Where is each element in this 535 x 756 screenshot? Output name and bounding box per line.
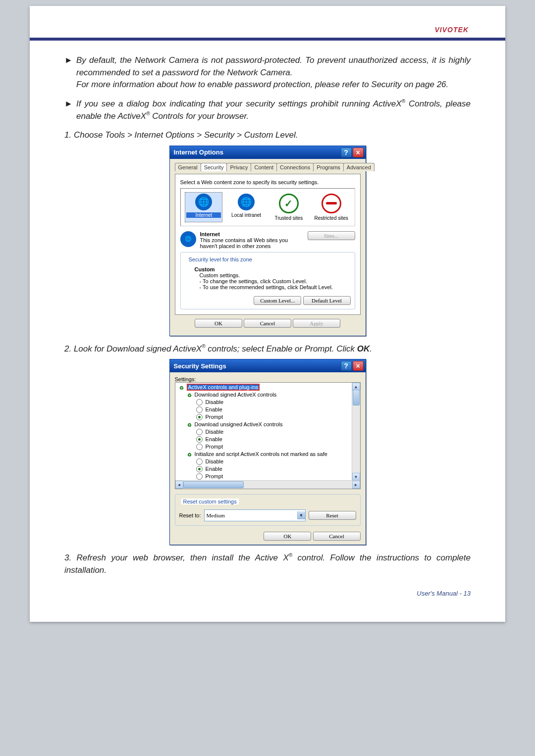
zone-label: Trusted sites xyxy=(271,215,306,221)
reg-mark: ® xyxy=(202,344,205,349)
zone-restricted-sites[interactable]: Restricted sites xyxy=(313,193,350,222)
list-marker: ► xyxy=(64,98,76,122)
step-2-dot: . xyxy=(370,344,372,353)
radio-enable[interactable]: Enable xyxy=(176,406,359,413)
radio-label: Enable xyxy=(206,465,222,473)
reset-to-select[interactable]: Medium ▼ xyxy=(204,509,306,521)
radio-label: Disable xyxy=(206,428,224,436)
scroll-right-icon[interactable]: ► xyxy=(352,481,360,489)
settings-label: Settings: xyxy=(175,376,361,382)
gear-icon: ♻ xyxy=(186,422,193,428)
vertical-scrollbar[interactable]: ▲ ▼ xyxy=(352,383,360,481)
gear-icon: ♻ xyxy=(186,452,193,458)
ok-button[interactable]: OK xyxy=(264,532,311,541)
zone-label: Internet xyxy=(186,212,221,218)
reset-button[interactable]: Reset xyxy=(309,511,356,520)
radio-prompt[interactable]: Prompt xyxy=(176,413,359,421)
radio-label: Prompt xyxy=(206,413,223,421)
globe-icon: 🌐 xyxy=(238,194,255,210)
radio-enable[interactable]: Enable xyxy=(176,465,359,473)
tab-content[interactable]: Content xyxy=(251,163,277,171)
radio-label: Enable xyxy=(206,406,222,413)
tree-node-root[interactable]: ♻ActiveX controls and plug-ins xyxy=(176,384,359,391)
zone-local-intranet[interactable]: 🌐 Local intranet xyxy=(228,193,265,222)
scroll-thumb[interactable] xyxy=(353,390,360,405)
radio-prompt[interactable]: Prompt xyxy=(176,473,359,480)
custom-level-button[interactable]: Custom Level... xyxy=(254,296,301,305)
radio-label: Prompt xyxy=(206,473,223,480)
tree-label: Initialize and script ActiveX controls n… xyxy=(195,451,327,457)
brand-name: VIVOTEK xyxy=(64,26,471,34)
step-3-a: 3. Refresh your web browser, then instal… xyxy=(64,553,289,562)
instruction-text: Select a Web content zone to specify its… xyxy=(180,179,355,185)
radio-label: Prompt xyxy=(206,443,223,451)
globe-icon: 🌐 xyxy=(195,194,212,210)
step-2-a: 2. Look for Download signed ActiveX xyxy=(64,344,202,353)
dialog-title: Security Settings xyxy=(174,362,340,370)
globe-icon: 🌐 xyxy=(180,231,196,247)
tree-node-download-signed[interactable]: ♻Download signed ActiveX controls xyxy=(176,391,359,399)
zone-description: This zone contains all Web sites you hav… xyxy=(200,237,304,249)
security-settings-dialog: Security Settings ? × Settings: ▲ ▼ ◄ ► xyxy=(169,359,366,545)
tree-root-label: ActiveX controls and plug-ins xyxy=(187,384,260,391)
radio-label: Disable xyxy=(206,458,224,465)
step-1-text: 1. Choose Tools > Internet Options > Sec… xyxy=(64,129,471,142)
tab-security[interactable]: Security xyxy=(201,163,227,171)
custom-line-2: - To use the recommended settings, click… xyxy=(200,284,349,290)
default-level-button[interactable]: Default Level xyxy=(303,296,351,305)
settings-tree[interactable]: ▲ ▼ ◄ ► ♻ActiveX controls and plug-ins ♻… xyxy=(175,382,361,489)
radio-label: Enable xyxy=(206,436,222,443)
tree-label: Download unsigned ActiveX controls xyxy=(195,421,283,427)
radio-disable[interactable]: Disable xyxy=(176,399,359,406)
help-icon[interactable]: ? xyxy=(341,361,352,371)
brand-divider xyxy=(30,38,505,41)
paragraph-1b: For more information about how to enable… xyxy=(76,80,448,89)
ok-button[interactable]: OK xyxy=(195,319,242,328)
scroll-thumb[interactable] xyxy=(183,481,244,488)
tab-connections[interactable]: Connections xyxy=(276,163,314,171)
sites-button[interactable]: Sites... xyxy=(308,231,355,240)
reset-to-value: Medium xyxy=(207,512,225,518)
tab-privacy[interactable]: Privacy xyxy=(226,163,251,171)
reset-custom-legend: Reset custom settings xyxy=(181,499,239,504)
cancel-button[interactable]: Cancel xyxy=(313,532,361,541)
tab-programs[interactable]: Programs xyxy=(313,163,344,171)
chevron-down-icon[interactable]: ▼ xyxy=(297,511,305,519)
apply-button[interactable]: Apply xyxy=(293,319,340,328)
radio-disable[interactable]: Disable xyxy=(176,428,359,436)
horizontal-scrollbar[interactable]: ◄ ► xyxy=(175,480,360,489)
paragraph-1a: By default, the Network Camera is not pa… xyxy=(76,55,471,77)
tree-node-initialize-script[interactable]: ♻Initialize and script ActiveX controls … xyxy=(176,451,359,458)
list-marker: ► xyxy=(64,54,76,91)
internet-options-dialog: Internet Options ? × General Security Pr… xyxy=(169,146,366,336)
close-icon[interactable]: × xyxy=(353,148,364,157)
close-icon[interactable]: × xyxy=(353,361,364,371)
radio-label: Disable xyxy=(206,399,224,406)
tree-label: Download signed ActiveX controls xyxy=(195,392,277,398)
titlebar[interactable]: Internet Options ? × xyxy=(170,146,366,159)
page-footer: User's Manual - 13 xyxy=(64,590,471,597)
paragraph-2c: Controls for your browser. xyxy=(150,111,249,121)
tab-advanced[interactable]: Advanced xyxy=(343,163,374,171)
security-level-legend: Security level for this zone xyxy=(187,256,254,262)
titlebar[interactable]: Security Settings ? × xyxy=(170,359,366,372)
radio-enable[interactable]: Enable xyxy=(176,436,359,443)
zone-internet[interactable]: 🌐 Internet xyxy=(185,193,222,222)
restricted-icon xyxy=(321,194,341,213)
scroll-down-icon[interactable]: ▼ xyxy=(352,473,360,481)
paragraph-2a: If you see a dialog box indicating that … xyxy=(76,99,402,108)
tab-general[interactable]: General xyxy=(175,163,201,171)
help-icon[interactable]: ? xyxy=(341,148,352,157)
zone-list[interactable]: 🌐 Internet 🌐 Local intranet ✓ Trusted si… xyxy=(180,188,355,226)
gear-icon: ♻ xyxy=(186,392,193,399)
step-2-b: controls; select Enable or Prompt. Click xyxy=(206,344,357,353)
cancel-button[interactable]: Cancel xyxy=(244,319,291,328)
tree-node-download-unsigned[interactable]: ♻Download unsigned ActiveX controls xyxy=(176,421,359,428)
reg-mark: ® xyxy=(402,99,405,104)
zone-trusted-sites[interactable]: ✓ Trusted sites xyxy=(270,193,307,222)
scroll-left-icon[interactable]: ◄ xyxy=(175,481,183,489)
zone-label: Local intranet xyxy=(229,212,264,218)
gear-icon: ♻ xyxy=(178,385,185,391)
radio-prompt[interactable]: Prompt xyxy=(176,443,359,451)
radio-disable[interactable]: Disable xyxy=(176,458,359,465)
